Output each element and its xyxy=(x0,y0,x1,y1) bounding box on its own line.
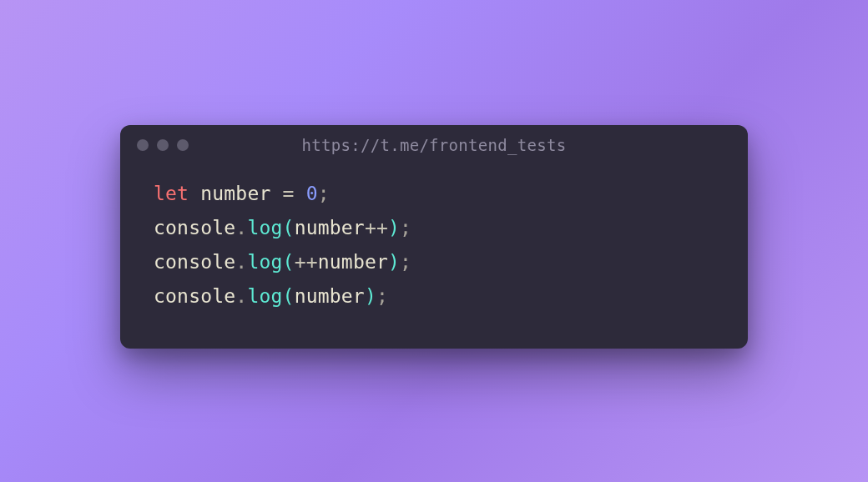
code-area: let number = 0; console.log(number++); c… xyxy=(120,165,748,349)
paren-open: ( xyxy=(283,251,295,273)
maximize-icon[interactable] xyxy=(177,139,189,151)
object-console: console xyxy=(154,217,235,238)
code-line: let number = 0; xyxy=(154,177,714,211)
dot: . xyxy=(235,251,247,273)
paren-close: ) xyxy=(388,251,400,273)
identifier: number xyxy=(200,183,270,204)
semicolon: ; xyxy=(318,183,330,204)
window-title: https://t.me/frontend_tests xyxy=(120,136,748,154)
code-window: https://t.me/frontend_tests let number =… xyxy=(120,125,748,349)
traffic-lights xyxy=(137,139,189,151)
number-literal: 0 xyxy=(306,183,318,204)
function-log: log xyxy=(247,251,282,273)
semicolon: ; xyxy=(376,285,388,307)
function-log: log xyxy=(247,285,282,307)
semicolon: ; xyxy=(400,217,411,238)
operator-increment: ++ xyxy=(295,251,318,273)
minimize-icon[interactable] xyxy=(157,139,169,151)
keyword-let: let xyxy=(154,183,189,204)
variable: number xyxy=(295,285,365,307)
code-line: console.log(number++); xyxy=(154,211,714,245)
paren-open: ( xyxy=(283,285,295,307)
code-line: console.log(++number); xyxy=(154,245,714,279)
window-titlebar: https://t.me/frontend_tests xyxy=(120,125,748,165)
paren-close: ) xyxy=(365,285,376,307)
paren-close: ) xyxy=(388,217,400,238)
semicolon: ; xyxy=(400,251,411,273)
variable: number xyxy=(318,251,388,273)
operator-assign: = xyxy=(283,183,295,204)
paren-open: ( xyxy=(283,217,295,238)
object-console: console xyxy=(154,285,235,307)
object-console: console xyxy=(154,251,235,273)
operator-increment: ++ xyxy=(365,217,388,238)
variable: number xyxy=(295,217,365,238)
dot: . xyxy=(235,285,247,307)
code-line: console.log(number); xyxy=(154,279,714,314)
dot: . xyxy=(235,217,247,238)
close-icon[interactable] xyxy=(137,139,149,151)
function-log: log xyxy=(247,217,282,238)
